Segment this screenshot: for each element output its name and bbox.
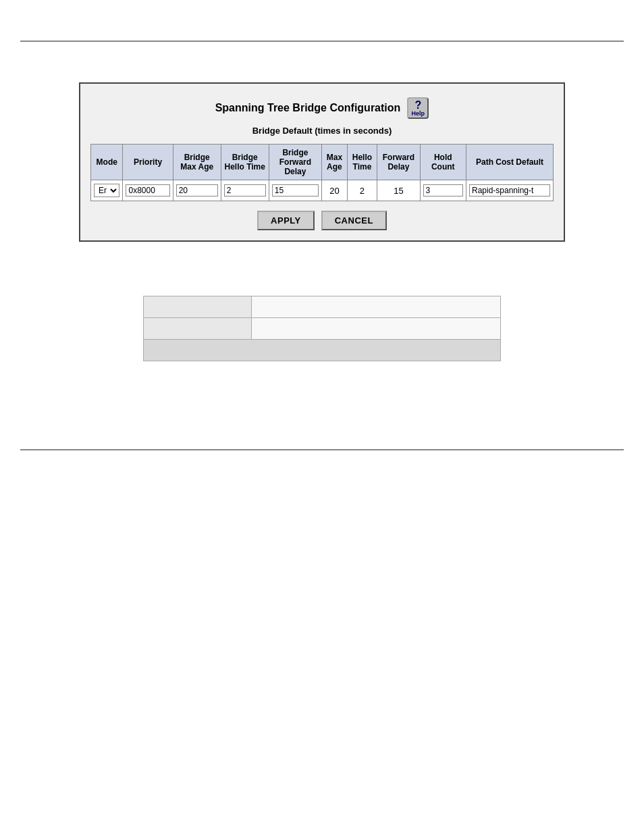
subtitle: Bridge Default (times in seconds) xyxy=(90,126,554,136)
col-header-hold-count: Hold Count xyxy=(420,145,466,180)
help-question-mark: ? xyxy=(414,100,421,111)
cell-bridge-max-age xyxy=(173,180,221,201)
lower-table-row-3 xyxy=(144,340,501,361)
max-age-value: 20 xyxy=(329,186,339,196)
col-header-bridge-forward-delay: Bridge Forward Delay xyxy=(269,145,321,180)
bottom-spacer xyxy=(20,368,624,436)
help-label: Help xyxy=(412,111,425,117)
cell-hello-time: 2 xyxy=(347,180,377,201)
cell-bridge-hello-time xyxy=(221,180,269,201)
lower-table-container xyxy=(143,296,501,361)
cell-bridge-forward-delay xyxy=(269,180,321,201)
page-container: Spanning Tree Bridge Configuration ? Hel… xyxy=(0,41,644,834)
path-cost-default-input[interactable] xyxy=(469,184,550,197)
cell-mode: Enable Disable xyxy=(91,180,123,201)
lower-cell-2-1 xyxy=(144,318,252,340)
hold-count-input[interactable] xyxy=(423,184,463,197)
cell-max-age: 20 xyxy=(322,180,347,201)
cell-priority xyxy=(123,180,173,201)
lower-table xyxy=(143,296,501,361)
lower-table-row-1 xyxy=(144,296,501,318)
main-content: Spanning Tree Bridge Configuration ? Hel… xyxy=(0,42,644,449)
col-header-mode: Mode xyxy=(91,145,123,180)
bottom-divider xyxy=(20,449,624,450)
lower-cell-1-1 xyxy=(144,296,252,318)
table-header-row: Mode Priority Bridge Max Age Bridge Hell… xyxy=(91,145,554,180)
cell-hold-count xyxy=(420,180,466,201)
col-header-max-age: Max Age xyxy=(322,145,347,180)
hello-time-value: 2 xyxy=(360,186,365,196)
col-header-path-cost-default: Path Cost Default xyxy=(466,145,553,180)
priority-input[interactable] xyxy=(126,184,169,197)
bridge-forward-delay-input[interactable] xyxy=(272,184,319,197)
col-header-forward-delay: Forward Delay xyxy=(377,145,420,180)
help-button[interactable]: ? Help xyxy=(407,97,429,119)
bridge-max-age-input[interactable] xyxy=(176,184,218,197)
lower-cell-3-full xyxy=(144,340,501,361)
panel-title: Spanning Tree Bridge Configuration xyxy=(215,102,401,114)
cancel-button[interactable]: CANCEL xyxy=(321,211,387,230)
lower-cell-1-2 xyxy=(252,296,501,318)
table-data-row: Enable Disable xyxy=(91,180,554,201)
lower-table-row-2 xyxy=(144,318,501,340)
buttons-row: APPLY CANCEL xyxy=(90,211,554,230)
col-header-bridge-hello-time: Bridge Hello Time xyxy=(221,145,269,180)
cell-path-cost-default xyxy=(466,180,553,201)
config-table: Mode Priority Bridge Max Age Bridge Hell… xyxy=(90,144,554,201)
cell-forward-delay: 15 xyxy=(377,180,420,201)
panel-box: Spanning Tree Bridge Configuration ? Hel… xyxy=(79,82,565,242)
col-header-bridge-max-age: Bridge Max Age xyxy=(173,145,221,180)
panel-title-row: Spanning Tree Bridge Configuration ? Hel… xyxy=(90,97,554,119)
apply-button[interactable]: APPLY xyxy=(257,211,315,230)
forward-delay-value: 15 xyxy=(394,186,403,196)
col-header-hello-time: Hello Time xyxy=(347,145,377,180)
col-header-priority: Priority xyxy=(123,145,173,180)
lower-cell-2-2 xyxy=(252,318,501,340)
bridge-hello-time-input[interactable] xyxy=(224,184,266,197)
mode-select[interactable]: Enable Disable xyxy=(94,184,119,197)
spacer xyxy=(20,269,624,289)
